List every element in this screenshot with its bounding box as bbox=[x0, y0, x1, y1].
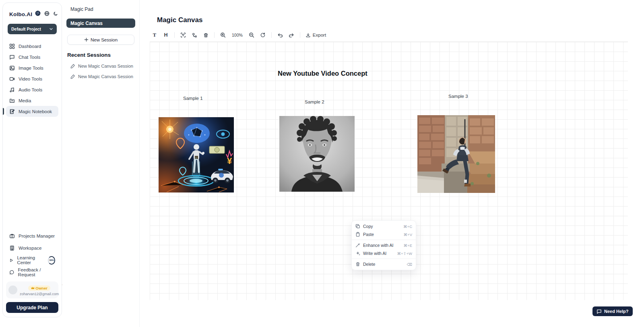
rotate-icon bbox=[260, 32, 266, 38]
magic-canvas-item[interactable]: Magic Canvas bbox=[66, 19, 135, 28]
new-session-button[interactable]: New Session bbox=[67, 35, 134, 45]
sample-2-label[interactable]: Sample 2 bbox=[305, 99, 324, 104]
sidebar-item-magic-notebook[interactable]: Magic Notebook bbox=[6, 106, 58, 117]
shortcut-hint: ⌘+⇧+W bbox=[397, 251, 412, 256]
sidebar-nav: Dashboard Chat Tools Image Tools Video T… bbox=[6, 41, 58, 117]
export-button[interactable]: Export bbox=[304, 33, 328, 38]
undo-button[interactable] bbox=[275, 31, 285, 39]
node-connector-icon[interactable] bbox=[190, 31, 199, 39]
image-icon bbox=[9, 65, 15, 71]
shortcut-hint: ⌘+C bbox=[403, 224, 412, 229]
toolbar-divider bbox=[174, 32, 175, 38]
folder-icon bbox=[9, 98, 15, 103]
sidebar-item-learning-center[interactable]: Learning Center 66% bbox=[6, 254, 58, 266]
owner-badge: Owner bbox=[28, 286, 50, 291]
context-menu-enhance-with-ai[interactable]: Enhance with AI ⌘+E bbox=[352, 241, 416, 249]
toolbar-divider bbox=[271, 32, 272, 38]
context-menu-paste[interactable]: Paste ⌘+V bbox=[352, 230, 416, 238]
app-root: Kolbo.AI Default Project Dashboard bbox=[0, 0, 644, 327]
avatar bbox=[8, 286, 17, 294]
learning-progress-badge: 66% bbox=[48, 256, 55, 265]
sidebar-item-chat-tools[interactable]: Chat Tools bbox=[6, 52, 58, 62]
magic-wand-icon bbox=[355, 243, 360, 248]
page-title: Magic Canvas bbox=[157, 16, 202, 24]
context-menu-copy[interactable]: Copy ⌘+C bbox=[352, 222, 416, 230]
sidebar-item-workspace[interactable]: Workspace bbox=[6, 242, 58, 254]
crown-icon bbox=[31, 286, 35, 290]
magic-pad-item[interactable]: Magic Pad bbox=[66, 6, 135, 12]
sidebar-item-dashboard[interactable]: Dashboard bbox=[6, 41, 58, 52]
download-icon bbox=[305, 33, 311, 38]
upgrade-plan-button[interactable]: Upgrade Plan bbox=[6, 302, 58, 313]
sidebar-item-image-tools[interactable]: Image Tools bbox=[6, 62, 58, 73]
shortcut-hint: ⌘+V bbox=[404, 232, 412, 237]
sidebar-item-audio-tools[interactable]: Audio Tools bbox=[6, 84, 58, 95]
sample-1-label[interactable]: Sample 1 bbox=[183, 96, 203, 101]
heading-tool-button[interactable]: H bbox=[161, 31, 171, 39]
sidebar-item-feedback[interactable]: Feedback / Request bbox=[6, 266, 58, 278]
dark-mode-moon-icon[interactable] bbox=[53, 10, 58, 18]
sidebar-item-video-tools[interactable]: Video Tools bbox=[6, 73, 58, 84]
sidebar-item-label: Learning Center bbox=[17, 255, 43, 265]
redo-button[interactable] bbox=[287, 31, 296, 39]
sidebar-item-label: Feedback / Request bbox=[18, 267, 55, 277]
zoom-out-button[interactable] bbox=[247, 31, 256, 39]
sidebar-item-label: Audio Tools bbox=[19, 87, 42, 92]
canvas-toolbar: T H 100% Export bbox=[150, 31, 628, 42]
context-menu: Copy ⌘+C Paste ⌘+V Enhance with AI ⌘+E W… bbox=[351, 220, 416, 270]
new-session-label: New Session bbox=[91, 37, 118, 42]
ai-select-icon[interactable] bbox=[178, 31, 188, 39]
zoom-level: 100% bbox=[229, 33, 245, 37]
brain-logo-icon bbox=[35, 10, 41, 18]
trash-icon bbox=[355, 262, 360, 267]
project-selector-label: Default Project bbox=[11, 27, 41, 31]
music-note-icon bbox=[9, 87, 15, 93]
briefcase-icon bbox=[9, 233, 15, 239]
user-email: zoharvan12@gmail.com bbox=[20, 292, 59, 296]
sample-1-image-ai-collage[interactable]: ¥ bbox=[159, 117, 234, 192]
sample-2-image-portrait[interactable] bbox=[279, 116, 355, 192]
shortcut-hint: ⌫ bbox=[407, 262, 412, 267]
need-help-button[interactable]: Need Help? bbox=[592, 306, 633, 316]
canvas-heading[interactable]: New Youtube Video Concept bbox=[278, 70, 367, 77]
recent-session-label: New Magic Canvas Session bbox=[78, 64, 133, 68]
building-icon bbox=[9, 245, 15, 251]
language-globe-icon[interactable] bbox=[44, 10, 50, 18]
recent-session-item[interactable]: New Magic Canvas Session bbox=[66, 64, 135, 68]
shortcut-hint: ⌘+E bbox=[404, 243, 412, 248]
sample-3-label[interactable]: Sample 3 bbox=[448, 94, 468, 99]
zoom-in-button[interactable] bbox=[218, 31, 228, 39]
recent-sessions-heading: Recent Sessions bbox=[67, 52, 135, 58]
sidebar-item-label: Image Tools bbox=[19, 66, 43, 70]
recent-session-label: New Magic Canvas Session bbox=[78, 74, 133, 79]
sparkles-icon bbox=[355, 251, 360, 256]
sidebar-item-label: Dashboard bbox=[19, 44, 41, 49]
sessions-panel: Magic Pad Magic Canvas New Session Recen… bbox=[62, 0, 140, 327]
sidebar-item-label: Media bbox=[19, 98, 31, 103]
notebook-pen-icon bbox=[9, 109, 15, 114]
user-card[interactable]: Owner zoharvan12@gmail.com ⌃ bbox=[6, 281, 58, 298]
menu-divider bbox=[352, 259, 416, 259]
toolbar-divider bbox=[214, 32, 215, 38]
chevron-down-icon bbox=[49, 27, 53, 31]
trash-icon bbox=[203, 33, 208, 38]
sidebar-item-projects-manager[interactable]: Projects Manager bbox=[6, 230, 58, 242]
text-tool-button[interactable]: T bbox=[150, 31, 159, 39]
chat-icon bbox=[9, 54, 15, 60]
sample-3-image-ruins[interactable] bbox=[417, 115, 495, 193]
paste-clipboard-icon bbox=[355, 232, 360, 237]
sidebar-item-label: Magic Notebook bbox=[19, 109, 52, 114]
context-menu-delete[interactable]: Delete ⌫ bbox=[352, 260, 416, 268]
pencil-icon bbox=[70, 74, 75, 79]
recent-session-item[interactable]: New Magic Canvas Session bbox=[66, 74, 135, 79]
context-menu-write-with-ai[interactable]: Write with AI ⌘+⇧+W bbox=[352, 249, 416, 257]
feedback-bubble-icon bbox=[9, 269, 14, 275]
sidebar-item-media[interactable]: Media bbox=[6, 95, 58, 106]
export-label: Export bbox=[313, 33, 326, 37]
copy-icon bbox=[355, 224, 360, 229]
delete-tool-button[interactable] bbox=[201, 31, 211, 39]
reset-view-button[interactable] bbox=[258, 31, 268, 39]
project-selector[interactable]: Default Project bbox=[8, 24, 57, 34]
need-help-label: Need Help? bbox=[604, 309, 629, 314]
plus-icon bbox=[84, 37, 89, 42]
